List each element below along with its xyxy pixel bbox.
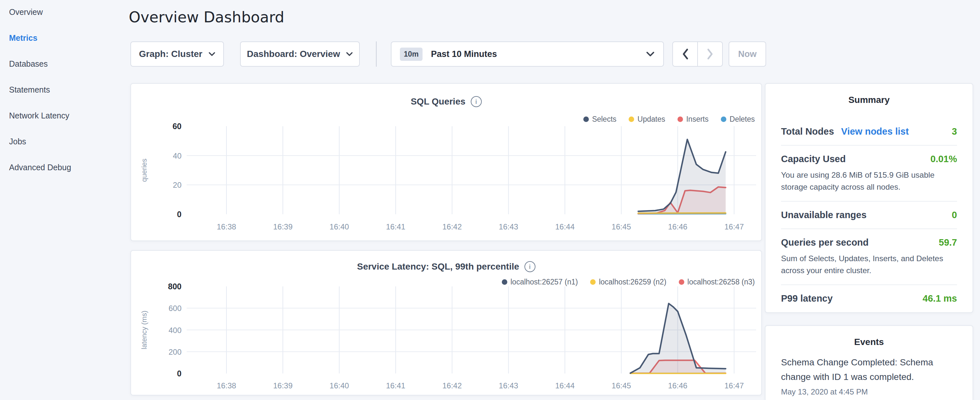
summary-value: 0.01% [931, 154, 957, 164]
sidebar-item-databases[interactable]: Databases [9, 59, 48, 69]
event-timestamp: May 13, 2020 at 4:45 PM [781, 387, 957, 397]
svg-text:queries: queries [140, 159, 148, 182]
svg-text:16:43: 16:43 [499, 222, 518, 231]
summary-label: Unavailable ranges [781, 210, 866, 220]
svg-text:0: 0 [177, 369, 181, 378]
svg-text:0: 0 [177, 210, 181, 219]
summary-row-p99-latency: P99 latency46.1 ms [781, 285, 957, 312]
chevron-down-icon [208, 52, 215, 56]
view-nodes-list-link[interactable]: View nodes list [841, 126, 909, 137]
summary-desc: Sum of Selects, Updates, Inserts, and De… [781, 252, 957, 276]
svg-text:16:42: 16:42 [442, 381, 462, 390]
sql-queries-plot[interactable]: 16:3816:3916:4016:4116:4216:4316:4416:45… [131, 84, 761, 242]
svg-text:16:44: 16:44 [555, 222, 574, 231]
time-range-badge: 10m [400, 48, 423, 61]
controls-divider [376, 41, 377, 67]
summary-heading: Summary [765, 95, 972, 105]
summary-rows: Total NodesView nodes list3Capacity Used… [781, 118, 957, 312]
graph-dropdown-label: Graph: Cluster [139, 49, 202, 59]
svg-text:latency (ms): latency (ms) [140, 311, 148, 349]
service-latency-chart-card: Service Latency: SQL, 99th percentileilo… [130, 250, 762, 395]
svg-text:16:46: 16:46 [668, 381, 687, 390]
svg-text:16:39: 16:39 [273, 222, 293, 231]
sidebar-item-jobs[interactable]: Jobs [9, 137, 26, 146]
svg-text:16:38: 16:38 [217, 222, 236, 231]
chevron-down-icon [346, 52, 353, 56]
sql-queries-chart-card: SQL QueriesiSelectsUpdatesInsertsDeletes… [130, 83, 762, 241]
sidebar-item-overview[interactable]: Overview [9, 7, 43, 17]
sidebar-item-advanced-debug[interactable]: Advanced Debug [9, 163, 71, 172]
events-panel: Events Schema Change Completed: Schema c… [765, 325, 973, 400]
time-range-selector[interactable]: 10m Past 10 Minutes [391, 41, 664, 67]
svg-text:16:41: 16:41 [386, 222, 406, 231]
summary-desc: You are using 28.6 MiB of 515.9 GiB usab… [781, 169, 957, 193]
svg-text:16:43: 16:43 [499, 381, 518, 390]
dashboard-dropdown-label: Dashboard: Overview [247, 49, 340, 59]
svg-text:16:38: 16:38 [217, 381, 236, 390]
svg-text:60: 60 [172, 122, 181, 131]
summary-value: 3 [952, 126, 957, 137]
chevron-left-icon [682, 48, 689, 60]
summary-row-unavailable-ranges: Unavailable ranges0 [781, 202, 957, 229]
time-next-button[interactable] [698, 42, 722, 66]
summary-label: Total Nodes [781, 126, 834, 137]
sidebar-item-network-latency[interactable]: Network Latency [9, 111, 69, 120]
chevron-right-icon [706, 48, 714, 60]
svg-text:20: 20 [173, 180, 181, 189]
svg-text:16:44: 16:44 [555, 381, 574, 390]
summary-row-total-nodes: Total NodesView nodes list3 [781, 118, 957, 146]
svg-text:600: 600 [169, 304, 181, 312]
svg-text:800: 800 [168, 282, 181, 291]
now-button[interactable]: Now [729, 41, 766, 67]
summary-label: Capacity Used [781, 154, 846, 164]
sidebar-item-statements[interactable]: Statements [9, 85, 50, 94]
time-arrow-group [672, 41, 723, 67]
summary-value: 46.1 ms [923, 293, 957, 304]
summary-label: Queries per second [781, 237, 869, 248]
sidebar-item-metrics[interactable]: Metrics [9, 33, 38, 43]
events-heading: Events [765, 337, 972, 347]
svg-text:16:39: 16:39 [273, 381, 293, 390]
svg-text:16:45: 16:45 [611, 222, 631, 231]
svg-text:16:45: 16:45 [611, 381, 631, 390]
service-latency-sql-99th-percentile-plot[interactable]: 16:3816:3916:4016:4116:4216:4316:4416:45… [131, 251, 761, 396]
svg-text:16:46: 16:46 [668, 222, 687, 231]
sidebar: OverviewMetricsDatabasesStatementsNetwor… [0, 0, 129, 188]
svg-text:40: 40 [173, 151, 181, 160]
dashboard-dropdown[interactable]: Dashboard: Overview [240, 41, 360, 67]
svg-text:200: 200 [169, 347, 181, 356]
event-item[interactable]: Schema Change Completed: Schema change w… [781, 355, 957, 397]
svg-text:16:47: 16:47 [724, 222, 744, 231]
page-title: Overview Dashboard [129, 8, 285, 26]
svg-text:16:40: 16:40 [330, 381, 349, 390]
graph-dropdown[interactable]: Graph: Cluster [130, 41, 224, 67]
time-range-label: Past 10 Minutes [431, 49, 646, 59]
svg-text:16:40: 16:40 [330, 222, 349, 231]
chevron-down-icon [646, 51, 655, 57]
summary-panel: Summary Total NodesView nodes list3Capac… [765, 83, 973, 313]
summary-row-queries-per-second: Queries per second59.7Sum of Selects, Up… [781, 229, 957, 285]
svg-text:400: 400 [169, 326, 181, 335]
summary-value: 59.7 [939, 237, 957, 248]
summary-row-capacity-used: Capacity Used0.01%You are using 28.6 MiB… [781, 146, 957, 202]
summary-value: 0 [952, 210, 957, 220]
svg-text:16:42: 16:42 [442, 222, 462, 231]
event-text: Schema Change Completed: Schema change w… [781, 355, 957, 384]
svg-text:16:47: 16:47 [724, 381, 744, 390]
summary-label: P99 latency [781, 293, 833, 304]
time-prev-button[interactable] [673, 42, 698, 66]
svg-text:16:41: 16:41 [386, 381, 406, 390]
